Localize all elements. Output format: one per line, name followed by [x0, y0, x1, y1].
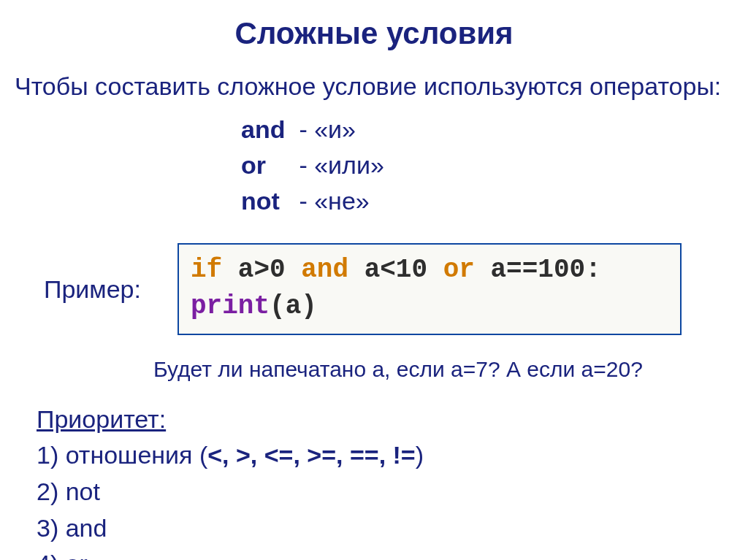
priority-num-4: 4) [37, 550, 58, 560]
operator-kw-or: or [241, 147, 292, 183]
code-box: if a>0 and a<10 or a==100: print(a) [178, 243, 682, 336]
operator-and: and - «и» [241, 112, 733, 147]
priority-num-2: 2) [37, 477, 58, 505]
example-row: Пример: if a>0 and a<10 or a==100: print… [15, 243, 733, 336]
operator-kw-not: not [241, 183, 292, 219]
code-kw-or: or [443, 255, 475, 285]
priority-close-1: ) [416, 441, 424, 469]
priority-text-1: отношения ( [58, 441, 207, 469]
operator-kw-and: and [241, 112, 292, 147]
code-fn-print: print [191, 291, 270, 321]
priority-text-4: or [58, 550, 88, 560]
priority-title: Приоритет: [37, 405, 733, 434]
code-seg2: a<10 [348, 255, 443, 285]
code-line-1: if a>0 and a<10 or a==100: [191, 252, 668, 288]
priority-num-1: 1) [37, 441, 58, 469]
operator-desc-not: - «не» [292, 187, 370, 215]
operator-or: or - «или» [241, 147, 733, 183]
priority-item-2: 2) not [37, 475, 733, 510]
slide: Сложные условия Чтобы составить сложное … [0, 0, 748, 560]
priority-item-1: 1) отношения (<, >, <=, >=, ==, !=) [37, 438, 733, 473]
priority-item-4: 4) or [37, 547, 733, 560]
priority-item-3: 3) and [37, 511, 733, 546]
subtitle: Чтобы составить сложное условие использу… [15, 72, 733, 101]
code-print-arg: (a) [270, 291, 317, 321]
priority-list: 1) отношения (<, >, <=, >=, ==, !=) 2) n… [15, 438, 733, 560]
priority-num-3: 3) [37, 514, 58, 542]
code-seg1: a>0 [222, 255, 301, 285]
priority-ops-1: <, >, <=, >=, ==, != [207, 441, 415, 469]
code-kw-if: if [191, 255, 222, 285]
code-seg3: a==100: [475, 255, 601, 285]
operator-not: not - «не» [241, 183, 733, 219]
code-line-2: print(a) [191, 288, 668, 325]
operator-desc-and: - «и» [292, 115, 356, 143]
example-label: Пример: [44, 275, 164, 304]
code-kw-and: and [301, 255, 348, 285]
priority-text-3: and [58, 514, 107, 542]
operators-list: and - «и» or - «или» not - «не» [241, 112, 733, 220]
question-text: Будет ли напечатано а, если a=7? А если … [15, 357, 733, 382]
priority-text-2: not [58, 477, 100, 505]
slide-title: Сложные условия [15, 16, 733, 51]
operator-desc-or: - «или» [292, 151, 384, 179]
